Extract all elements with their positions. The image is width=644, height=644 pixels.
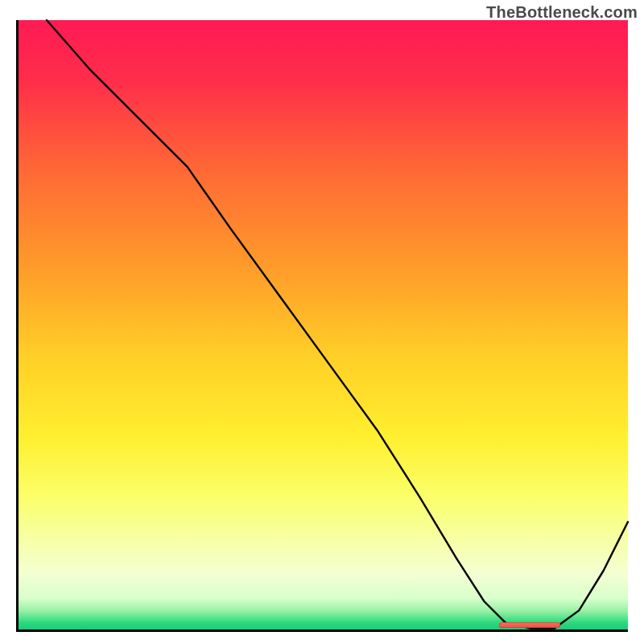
chart-container: TheBottleneck.com — [0, 0, 644, 644]
baseline-marker — [499, 622, 560, 628]
watermark-label: TheBottleneck.com — [486, 3, 638, 22]
plot-area — [16, 20, 628, 632]
line-series — [16, 20, 628, 632]
